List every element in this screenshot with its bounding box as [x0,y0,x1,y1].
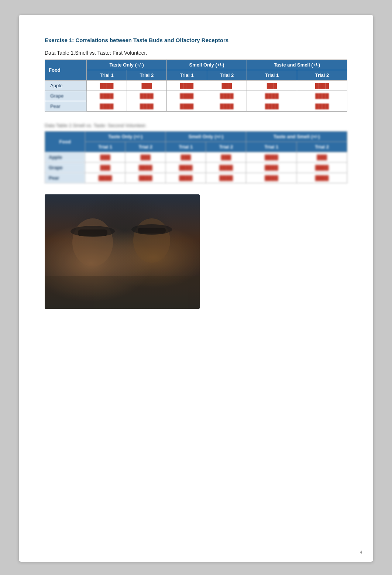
food-col-header2: Food [45,132,85,152]
cell: ████ [246,173,297,183]
exercise-title: Exercise 1: Correlations between Taste B… [45,37,347,43]
trial2-taste-header2: Trial 2 [125,142,166,152]
table2-section: Data Table 2.Smell vs. Taste: Second Vol… [45,123,347,183]
food-label: Apple [45,81,87,91]
svg-point-0 [72,218,113,266]
cell: ████ [207,101,247,112]
trial1-smell-header2: Trial 1 [166,142,206,152]
cell: ████ [87,81,127,91]
svg-point-1 [71,226,115,237]
cell: ████ [127,101,166,112]
taste-smell-header2: Taste and Smell (+/-) [246,132,347,142]
cell: ████ [127,91,166,101]
svg-rect-6 [45,276,200,309]
cell: ████ [247,91,297,101]
photo-area [45,194,200,309]
taste-smell-header: Taste and Smell (+/-) [247,60,347,70]
cell: ████ [297,91,347,101]
food-label: Grape [45,163,85,173]
trial1-ts-header: Trial 1 [247,70,297,81]
cell: ████ [297,81,347,91]
trial1-smell-header: Trial 1 [167,70,207,81]
cell: ███ [247,81,297,91]
cell: ███ [85,163,125,173]
cell: ███ [125,152,166,163]
cell: ███ [85,152,125,163]
trial1-taste-header2: Trial 1 [85,142,125,152]
food-label: Pear [45,173,85,183]
trial2-ts-header: Trial 2 [297,70,347,81]
cell: ███ [166,152,206,163]
smell-only-header: Smell Only (+/-) [167,60,247,70]
cell: ████ [125,173,166,183]
cell: ████ [207,91,247,101]
trial2-smell-header: Trial 2 [207,70,247,81]
table2: Food Taste Only (+/-) Smell Only (+/-) T… [45,131,347,183]
svg-rect-5 [138,228,166,234]
cell: ████ [247,101,297,112]
table2-title: Data Table 2.Smell vs. Taste: Second Vol… [45,123,347,128]
table-row: Apple ███ ███ ███ ███ ████ ███ [45,152,347,163]
cell: ████ [166,163,206,173]
trial2-smell-header2: Trial 2 [206,142,246,152]
svg-point-4 [131,224,172,235]
taste-only-header: Taste Only (+/-) [87,60,167,70]
trial1-taste-header: Trial 1 [87,70,127,81]
cell: ████ [246,152,297,163]
cell: ████ [297,101,347,112]
cell: ████ [87,91,127,101]
table1-title: Data Table 1.Smell vs. Taste: First Volu… [45,50,347,56]
page: Exercise 1: Correlations between Taste B… [19,15,373,562]
cell: ████ [125,163,166,173]
table-row: Apple ████ ███ ████ ███ ███ ████ [45,81,347,91]
cell: ████ [167,91,207,101]
cell: ███ [127,81,166,91]
cell: ████ [166,173,206,183]
photo-placeholder [45,194,200,309]
table-row: Pear ████ ████ ████ ████ ████ ████ [45,101,347,112]
svg-point-3 [133,218,170,263]
trial1-ts-header2: Trial 1 [246,142,297,152]
food-col-header: Food [45,60,87,81]
cell: ████ [87,101,127,112]
table-row: Grape ████ ████ ████ ████ ████ ████ [45,91,347,101]
trial2-taste-header: Trial 2 [127,70,166,81]
table1: Food Taste Only (+/-) Smell Only (+/-) T… [45,59,347,112]
taste-only-header2: Taste Only (+/-) [85,132,166,142]
smell-only-header2: Smell Only (+/-) [166,132,246,142]
cell: ███ [207,81,247,91]
table-row: Grape ███ ████ ████ ████ ████ ████ [45,163,347,173]
cell: ████ [206,163,246,173]
food-label: Grape [45,91,87,101]
cell: ████ [206,173,246,183]
cell: ████ [85,173,125,183]
cell: ████ [246,163,297,173]
cell: ███ [297,152,347,163]
table1-section: Data Table 1.Smell vs. Taste: First Volu… [45,50,347,112]
cell: ███ [206,152,246,163]
trial2-ts-header2: Trial 2 [297,142,347,152]
cell: ████ [167,101,207,112]
food-label: Apple [45,152,85,163]
food-label: Pear [45,101,87,112]
cell: ████ [167,81,207,91]
cell: ████ [297,163,347,173]
svg-rect-2 [78,229,107,236]
page-number: 4 [360,550,362,554]
table-row: Pear ████ ████ ████ ████ ████ ████ [45,173,347,183]
cell: ████ [297,173,347,183]
